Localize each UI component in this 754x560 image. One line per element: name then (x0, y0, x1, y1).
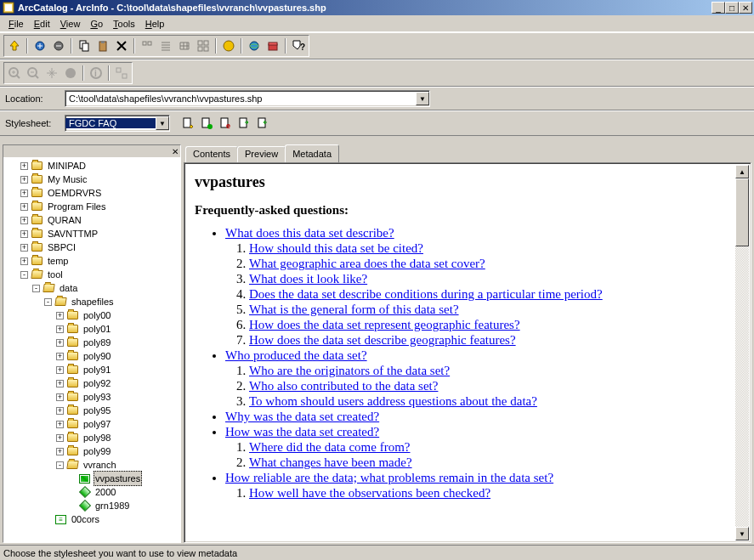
large-icons-button[interactable] (138, 37, 156, 55)
edit-metadata-button[interactable] (179, 114, 197, 133)
expand-toggle[interactable]: - (32, 285, 40, 292)
catalog-tree[interactable]: +MINIPAD+My Music+OEMDRVRS+Program Files… (3, 157, 180, 542)
tree-node[interactable]: +poly89 (5, 336, 180, 349)
faq-link[interactable]: How reliable are the data; what problems… (225, 471, 553, 484)
faq-link[interactable]: To whom should users address questions a… (249, 394, 537, 408)
maximize-button[interactable]: □ (725, 2, 739, 14)
tree-node[interactable]: +poly91 (5, 363, 180, 376)
faq-link[interactable]: How was the data set created? (225, 425, 379, 438)
disconnect-folder-button[interactable] (49, 37, 68, 55)
expand-toggle[interactable]: + (56, 312, 64, 320)
tab-contents[interactable]: Contents (185, 146, 238, 164)
tree-node[interactable]: +OEMDRVRS (5, 186, 180, 200)
whats-this-button[interactable]: ? (289, 37, 308, 55)
identify-button[interactable]: i (87, 64, 105, 82)
pan-button[interactable] (43, 64, 61, 82)
create-update-metadata-button[interactable]: e (216, 114, 235, 133)
expand-toggle[interactable]: + (20, 244, 28, 252)
faq-link[interactable]: What does this data set describe? (225, 226, 394, 240)
up-button[interactable] (5, 37, 24, 55)
tree-node[interactable]: +poly00 (5, 308, 180, 322)
tree-node[interactable]: +poly01 (5, 322, 180, 336)
expand-toggle[interactable]: + (56, 380, 64, 387)
faq-link[interactable]: What changes have been made? (249, 455, 412, 469)
expand-toggle[interactable]: + (56, 434, 64, 442)
expand-toggle[interactable]: + (20, 257, 28, 265)
copy-button[interactable] (75, 37, 94, 55)
expand-toggle[interactable]: + (20, 189, 28, 197)
close-button[interactable]: ✕ (739, 2, 752, 14)
expand-toggle[interactable]: + (56, 407, 64, 415)
tree-node[interactable]: -data (5, 281, 180, 295)
menu-view[interactable]: View (55, 17, 86, 31)
location-dropdown-icon[interactable]: ▼ (416, 92, 429, 105)
tree-node[interactable]: +QURAN (5, 213, 180, 227)
connect-folder-button[interactable] (31, 37, 49, 55)
tree-node[interactable]: +poly98 (5, 431, 180, 444)
launch-arcmap-button[interactable] (219, 37, 238, 55)
faq-link[interactable]: Who are the originators of the data set? (249, 364, 450, 377)
faq-link[interactable]: How does the data set represent geograph… (249, 318, 520, 331)
expand-toggle[interactable]: - (20, 271, 28, 279)
tree-node[interactable]: -shapefiles (5, 295, 180, 308)
faq-link[interactable]: How should this data set be cited? (249, 241, 423, 255)
export-metadata-button[interactable] (253, 114, 272, 133)
scroll-up-icon[interactable]: ▲ (735, 165, 749, 178)
expand-toggle[interactable]: + (20, 230, 28, 238)
menu-tools[interactable]: Tools (108, 17, 140, 31)
delete-button[interactable] (112, 37, 131, 55)
menu-file[interactable]: File (3, 17, 29, 31)
expand-toggle[interactable]: + (56, 366, 64, 374)
menu-help[interactable]: Help (140, 17, 170, 31)
faq-link[interactable]: What geographic area does the data set c… (249, 257, 485, 270)
paste-button[interactable] (94, 37, 112, 55)
metadata-properties-button[interactable] (197, 114, 216, 133)
expand-toggle[interactable]: + (20, 217, 28, 224)
thumbnails-button[interactable] (194, 37, 213, 55)
stylesheet-dropdown-icon[interactable]: ▼ (156, 116, 169, 130)
tree-node[interactable]: +SAVNTTMP (5, 227, 180, 240)
tree-node[interactable]: +poly92 (5, 376, 180, 390)
expand-toggle[interactable]: + (20, 203, 28, 211)
stylesheet-combo[interactable]: FGDC FAQ ▼ (65, 115, 170, 132)
minimize-button[interactable]: _ (711, 2, 725, 14)
faq-link[interactable]: How well have the observations been chec… (249, 486, 490, 500)
expand-toggle[interactable]: + (56, 325, 64, 333)
expand-toggle[interactable]: + (20, 176, 28, 184)
tree-node[interactable]: -tool (5, 268, 180, 281)
tree-node[interactable]: vvpastures (5, 472, 180, 485)
expand-toggle[interactable]: + (20, 162, 28, 170)
tree-node[interactable]: ≡00cors (5, 512, 180, 526)
faq-link[interactable]: Why was the data set created? (225, 410, 379, 423)
zoom-out-button[interactable] (24, 64, 43, 82)
faq-link[interactable]: Where did the data come from? (249, 440, 411, 454)
expand-toggle[interactable]: - (56, 461, 64, 469)
tree-node[interactable]: 2000 (5, 485, 180, 499)
faq-link[interactable]: How does the data set describe geographi… (249, 333, 516, 347)
tree-node[interactable]: grn1989 (5, 499, 180, 512)
scroll-thumb[interactable] (735, 178, 749, 246)
faq-link[interactable]: Who also contributed to the data set? (249, 379, 438, 393)
expand-toggle[interactable]: + (56, 353, 64, 360)
tree-node[interactable]: +poly95 (5, 404, 180, 417)
faq-link[interactable]: Who produced the data set? (225, 348, 367, 362)
create-thumbnail-button[interactable] (112, 64, 131, 82)
menu-go[interactable]: Go (85, 17, 108, 31)
location-combo[interactable]: C:\tool\data\shapefiles\vvranch\vvpastur… (65, 90, 430, 107)
tree-node[interactable]: +poly99 (5, 444, 180, 458)
toolbox-button[interactable] (264, 37, 282, 55)
tree-node[interactable]: +poly90 (5, 349, 180, 363)
list-button[interactable] (156, 37, 175, 55)
faq-link[interactable]: What does it look like? (249, 272, 367, 286)
tree-node[interactable]: -vvranch (5, 458, 180, 472)
expand-toggle[interactable]: + (56, 339, 64, 347)
expand-toggle[interactable]: + (56, 421, 64, 428)
expand-toggle[interactable]: + (56, 393, 64, 401)
full-extent-button[interactable] (61, 64, 80, 82)
tree-node[interactable]: +Program Files (5, 200, 180, 213)
details-button[interactable] (175, 37, 194, 55)
tree-node[interactable]: +temp (5, 254, 180, 268)
scroll-down-icon[interactable]: ▼ (735, 527, 749, 540)
tree-node[interactable]: +SBPCI (5, 240, 180, 254)
tree-close-icon[interactable]: ✕ (172, 147, 179, 156)
